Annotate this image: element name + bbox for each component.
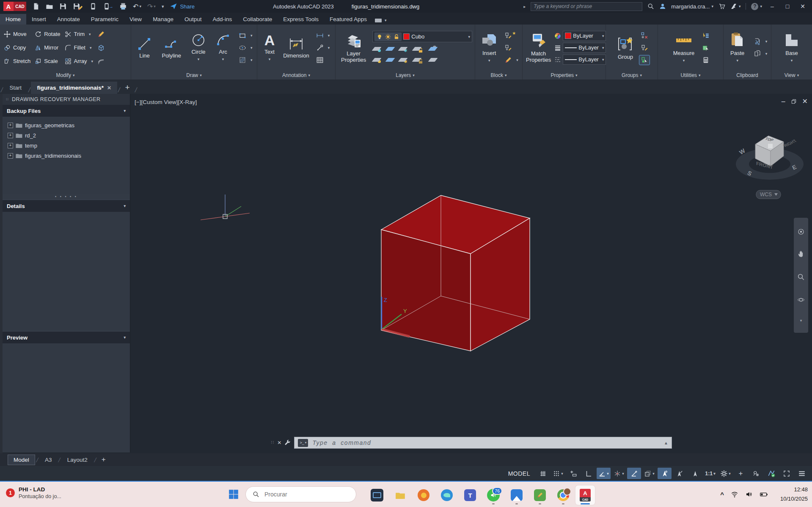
layout-tab-a3[interactable]: A3	[39, 455, 58, 465]
ribbon-tab-featured-apps[interactable]: Featured Apps	[324, 14, 372, 25]
taskbar-file-explorer-icon[interactable]	[391, 485, 410, 505]
layer-walk-tool[interactable]	[429, 58, 436, 62]
undo-button[interactable]: ↶▾	[133, 3, 141, 11]
object-color-combo[interactable]: ByLayer▾	[563, 31, 606, 41]
ellipse-tool[interactable]	[237, 43, 254, 52]
zoom-icon[interactable]	[797, 273, 805, 281]
annotation-scale-control[interactable]: 1:1▾	[703, 468, 717, 479]
save-button[interactable]	[59, 3, 67, 10]
help-search-input[interactable]	[531, 2, 642, 11]
new-layout-button[interactable]: +	[97, 455, 110, 464]
edit-block-tool[interactable]	[503, 43, 520, 52]
match-properties-button[interactable]: MatchProperties	[525, 32, 552, 63]
graphics-performance-button[interactable]	[764, 468, 778, 479]
wcs-menu[interactable]: WCS	[756, 190, 781, 199]
erase-tool[interactable]	[96, 30, 106, 39]
share-button[interactable]: Share	[170, 3, 195, 10]
ribbon-tab-view[interactable]: View	[124, 14, 147, 25]
ribbon-display-toggle[interactable]	[375, 18, 387, 22]
ribbon-tab-addins[interactable]: Add-ins	[207, 14, 237, 25]
command-input[interactable]	[311, 439, 661, 447]
wifi-icon[interactable]	[731, 491, 738, 498]
layer-unlock-icon[interactable]	[394, 34, 399, 40]
layer-match-tool[interactable]	[429, 47, 436, 51]
insert-block-tool[interactable]: Insert▾	[478, 32, 501, 64]
leader-tool[interactable]	[315, 43, 331, 52]
move-tool[interactable]: Move	[3, 30, 32, 38]
arc-tool[interactable]: Arc▾	[213, 33, 233, 63]
qat-customize-dropdown[interactable]: ▾	[162, 4, 164, 9]
measure-tool[interactable]: Measure▾	[670, 32, 698, 64]
cart-icon[interactable]	[718, 3, 725, 10]
tree-item-figuras-geometricas[interactable]: + figuras_geometricas	[4, 120, 128, 130]
new-file-button[interactable]	[32, 3, 40, 10]
layer-thaw-icon[interactable]	[385, 34, 391, 40]
backup-files-header[interactable]: Backup Files▾	[3, 105, 130, 117]
stretch-tool[interactable]: Stretch	[3, 57, 32, 66]
layer-on-tool[interactable]	[373, 57, 381, 63]
layer-unlock2-tool[interactable]	[413, 55, 424, 64]
explode-tool[interactable]	[96, 43, 106, 52]
full-navigation-wheel-icon[interactable]	[797, 228, 805, 236]
ribbon-tab-manage[interactable]: Manage	[147, 14, 179, 25]
collapse-icon[interactable]: ▾	[124, 335, 126, 340]
panel-label-layers[interactable]: Layers	[336, 71, 475, 79]
base-view-tool[interactable]: Base▾	[780, 32, 803, 64]
object-snap-toggle[interactable]	[658, 468, 672, 479]
layer-isolate-tool[interactable]	[387, 47, 394, 51]
taskbar-app-window-icon[interactable]	[367, 485, 387, 505]
battery-icon[interactable]	[760, 490, 768, 499]
dynamic-ucs-toggle[interactable]	[688, 468, 702, 479]
search-expand-arrow[interactable]: ▸	[523, 4, 526, 9]
ribbon-tab-annotate[interactable]: Annotate	[52, 14, 85, 25]
layer-freeze-tool[interactable]: ✱	[399, 45, 407, 53]
rectangle-tool[interactable]	[237, 31, 254, 40]
annotation-monitor-button[interactable]: +	[734, 468, 748, 479]
command-prompt-icon[interactable]: >_▾	[298, 439, 308, 447]
ribbon-tab-collaborate[interactable]: Collaborate	[237, 14, 278, 25]
palette-grip-icon[interactable]: ⁝⁝	[6, 99, 9, 100]
save-to-web-mobile-button[interactable]: →	[103, 3, 113, 10]
expand-icon[interactable]: +	[8, 133, 13, 138]
tree-item-rd-2[interactable]: + rd_2	[4, 130, 128, 140]
taskbar-chrome-icon[interactable]	[553, 485, 573, 505]
expand-icon[interactable]: +	[8, 143, 13, 148]
search-icon[interactable]	[647, 3, 654, 10]
close-button[interactable]: ✕	[798, 3, 808, 10]
layer-lock-tool[interactable]	[413, 44, 424, 53]
layer-off-tool[interactable]	[373, 46, 381, 52]
ungroup-tool[interactable]	[639, 31, 650, 40]
command-customize-icon[interactable]	[284, 439, 291, 446]
panel-label-clipboard[interactable]: Clipboard	[724, 71, 771, 79]
notification-toast[interactable]: 1 PHI - LAD Pontuação do jo...	[6, 486, 61, 500]
taskbar-clock[interactable]: 12:48 10/10/2025	[780, 485, 808, 504]
taskbar-whatsapp-icon[interactable]: 76	[484, 485, 503, 505]
object-snap-tracking-toggle[interactable]	[627, 468, 641, 479]
isolate-objects-button[interactable]	[749, 468, 763, 479]
rotate-tool[interactable]: Rotate	[33, 30, 61, 38]
group-edit-tool[interactable]	[639, 43, 650, 52]
layout-tab-layout2[interactable]: Layout2	[62, 455, 93, 465]
linetype-combo[interactable]: ByLayer▾	[563, 55, 606, 65]
open-from-web-mobile-button[interactable]	[89, 3, 97, 10]
help-menu[interactable]: ?	[751, 3, 762, 10]
select-similar-tool[interactable]	[701, 43, 711, 52]
ribbon-tab-express-tools[interactable]: Express Tools	[278, 14, 324, 25]
dynamic-input-toggle[interactable]	[566, 468, 580, 479]
layout-tab-model[interactable]: Model	[8, 455, 35, 465]
file-tab-start[interactable]: Start	[3, 82, 28, 94]
cut-tool[interactable]	[752, 37, 769, 46]
taskbar-search-input[interactable]	[264, 491, 333, 498]
start-button[interactable]	[224, 486, 243, 502]
panel-label-properties[interactable]: Properties	[523, 71, 606, 79]
hatch-tool[interactable]	[237, 55, 254, 65]
maximize-button[interactable]: □	[782, 3, 793, 10]
quick-select-tool[interactable]	[701, 31, 711, 40]
redo-dropdown[interactable]: ▾	[154, 4, 156, 8]
group-selection-toggle[interactable]	[639, 55, 650, 65]
close-tab-icon[interactable]: ✕	[107, 85, 111, 91]
redo-button[interactable]: ↷▾	[147, 3, 156, 11]
panel-label-block[interactable]: Block	[475, 71, 522, 79]
plot-button[interactable]	[119, 3, 127, 10]
ribbon-tab-home[interactable]: Home	[0, 14, 26, 25]
